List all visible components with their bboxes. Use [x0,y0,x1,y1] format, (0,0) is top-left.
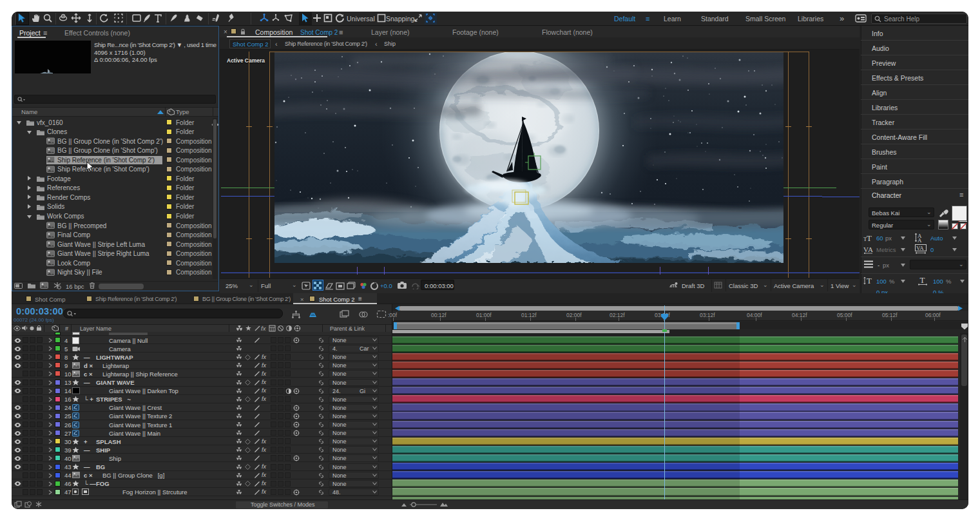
svg-text:T: T [867,234,872,242]
svg-text:T: T [920,276,925,285]
svg-text:VA: VA [916,245,924,251]
svg-text:A: A [918,237,922,243]
svg-text:T: T [867,276,872,285]
svg-text:A: A [868,246,873,253]
